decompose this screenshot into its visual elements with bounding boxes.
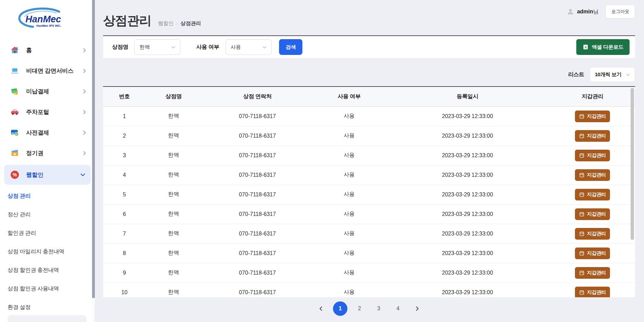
table-cell-phone: 070-7118-6317 bbox=[201, 204, 313, 224]
pagination-prev-icon[interactable] bbox=[314, 301, 328, 316]
store-table: 번호상점명상점 연락처사용 여부등록일시지갑관리 1한맥070-7118-631… bbox=[103, 87, 635, 297]
wallet-icon bbox=[579, 231, 585, 237]
laptop-icon bbox=[10, 66, 20, 76]
pagination-page-2[interactable]: 2 bbox=[352, 301, 367, 316]
table-cell-name: 한맥 bbox=[146, 204, 202, 224]
table-scrollbar-thumb[interactable] bbox=[631, 88, 634, 240]
table-cell-wallet: 지갑관리 bbox=[550, 204, 635, 224]
pagination-page-3[interactable]: 3 bbox=[371, 301, 386, 316]
svg-text:%: % bbox=[13, 172, 17, 177]
search-button[interactable]: 검색 bbox=[279, 39, 302, 55]
list-label: 리스트 bbox=[568, 71, 584, 78]
sidebar-submenu-item[interactable]: 할인권 관리 bbox=[0, 224, 95, 242]
table-cell-date: 2023-03-29 12:33:00 bbox=[385, 204, 550, 224]
table-column-header: 지갑관리 bbox=[550, 87, 635, 106]
wallet-manage-button[interactable]: 지갑관리 bbox=[575, 150, 610, 161]
chevron-right-icon bbox=[81, 68, 87, 74]
car-icon bbox=[10, 107, 20, 117]
sidebar-scrollbar[interactable] bbox=[92, 0, 95, 322]
table-cell-date: 2023-03-29 12:33:00 bbox=[385, 224, 550, 243]
wallet-manage-button[interactable]: 지갑관리 bbox=[575, 111, 610, 122]
table-cell-phone: 070-7118-6317 bbox=[201, 263, 313, 283]
wallet-manage-button[interactable]: 지갑관리 bbox=[575, 189, 610, 200]
breadcrumb-parent[interactable]: 웹할인 bbox=[158, 20, 174, 27]
sidebar-item[interactable]: 정기권 bbox=[0, 143, 95, 163]
sidebar-partial-item bbox=[8, 315, 87, 322]
table-row: 8한맥070-7118-6317사용2023-03-29 12:33:00지갑관… bbox=[103, 243, 635, 263]
sidebar-item-label: 사전결제 bbox=[26, 129, 49, 137]
pagination-page-4[interactable]: 4 bbox=[391, 301, 405, 316]
table-cell-phone: 070-7118-6317 bbox=[201, 185, 313, 204]
sidebar-submenu-item[interactable]: 상점 할인권 사용내역 bbox=[0, 279, 95, 298]
table-cell-phone: 070-7118-6317 bbox=[201, 165, 313, 185]
pagination-page-1[interactable]: 1 bbox=[333, 301, 347, 316]
use-status-select[interactable]: 사용 bbox=[225, 39, 271, 55]
table-row: 4한맥070-7118-6317사용2023-03-29 12:33:00지갑관… bbox=[103, 165, 635, 185]
home-icon bbox=[10, 45, 20, 55]
use-status-select-value: 사용 bbox=[231, 44, 241, 50]
chevron-down-icon bbox=[625, 72, 631, 77]
table-cell-wallet: 지갑관리 bbox=[550, 185, 635, 204]
table-cell-name: 한맥 bbox=[146, 283, 202, 297]
table-row: 5한맥070-7118-6317사용2023-03-29 12:33:00지갑관… bbox=[103, 185, 635, 204]
wallet-manage-button[interactable]: 지갑관리 bbox=[575, 130, 610, 142]
sidebar-submenu-item[interactable]: 환경 설정 bbox=[0, 298, 95, 317]
store-name-select[interactable]: 한맥 bbox=[134, 39, 180, 55]
sidebar-submenu-item[interactable]: 상점 관리 bbox=[0, 187, 95, 205]
wallet-icon bbox=[579, 211, 585, 217]
table-body: 1한맥070-7118-6317사용2023-03-29 12:33:00지갑관… bbox=[103, 106, 635, 297]
brand-logo[interactable]: HanMec HanMec IPS INC. bbox=[0, 0, 95, 35]
page-size-select[interactable]: 10개씩 보기 bbox=[590, 67, 635, 82]
chevron-right-icon bbox=[81, 47, 87, 53]
table-cell-name: 한맥 bbox=[146, 165, 202, 185]
sidebar-scrollbar-thumb[interactable] bbox=[92, 0, 95, 298]
table-row: 7한맥070-7118-6317사용2023-03-29 12:33:00지갑관… bbox=[103, 224, 635, 243]
wallet-icon bbox=[579, 114, 585, 119]
wallet-manage-button[interactable]: 지갑관리 bbox=[575, 267, 610, 279]
table-column-header: 번호 bbox=[103, 87, 146, 106]
wallet-manage-button[interactable]: 지갑관리 bbox=[575, 169, 610, 181]
wallet-manage-button[interactable]: 지갑관리 bbox=[575, 228, 610, 240]
table-cell-wallet: 지갑관리 bbox=[550, 224, 635, 243]
sidebar-item[interactable]: 사전결제 bbox=[0, 122, 95, 143]
sidebar-item[interactable]: 주차포털 bbox=[0, 102, 95, 122]
wallet-manage-label: 지갑관리 bbox=[587, 192, 606, 198]
sidebar-submenu-item[interactable]: 상점 마일리지 충전내역 bbox=[0, 242, 95, 261]
table-column-header: 상점 연락처 bbox=[201, 87, 313, 106]
table-cell-phone: 070-7118-6317 bbox=[201, 243, 313, 263]
sidebar-submenu-item[interactable]: 상점 할인권 충전내역 bbox=[0, 261, 95, 279]
sidebar-item[interactable]: 미납결제 bbox=[0, 81, 95, 102]
sidebar-submenu-item[interactable]: 정산 관리 bbox=[0, 205, 95, 224]
chevron-right-icon bbox=[81, 89, 87, 94]
sidebar-item[interactable]: 비대면 감면서비스 bbox=[0, 60, 95, 81]
excel-download-button[interactable]: X 엑셀 다운로드 bbox=[576, 39, 630, 55]
sidebar: HanMec HanMec IPS INC. 홈비대면 감면서비스미납결제주차포… bbox=[0, 0, 95, 322]
table-row: 1한맥070-7118-6317사용2023-03-29 12:33:00지갑관… bbox=[103, 106, 635, 126]
wallet-manage-label: 지갑관리 bbox=[587, 270, 606, 276]
table-cell-use: 사용 bbox=[313, 283, 385, 297]
table-cell-no: 2 bbox=[103, 126, 146, 146]
pagination-next-icon[interactable] bbox=[410, 301, 424, 316]
table-cell-use: 사용 bbox=[313, 204, 385, 224]
cash-icon bbox=[10, 87, 20, 96]
table-cell-no: 10 bbox=[103, 283, 146, 297]
breadcrumb: 웹할인 › 상점관리 bbox=[158, 20, 201, 27]
table-cell-date: 2023-03-29 12:33:00 bbox=[385, 106, 550, 126]
wallet-icon bbox=[579, 290, 585, 295]
wallet-manage-button[interactable]: 지갑관리 bbox=[575, 287, 610, 298]
table-cell-use: 사용 bbox=[313, 263, 385, 283]
wallet-manage-button[interactable]: 지갑관리 bbox=[575, 248, 610, 259]
sidebar-item[interactable]: %웹할인 bbox=[4, 165, 91, 185]
sidebar-item[interactable]: 홈 bbox=[0, 40, 95, 60]
table-cell-date: 2023-03-29 12:33:00 bbox=[385, 283, 550, 297]
table-cell-no: 5 bbox=[103, 185, 146, 204]
table-cell-use: 사용 bbox=[313, 106, 385, 126]
wallet-manage-button[interactable]: 지갑관리 bbox=[575, 208, 610, 220]
svg-text:X: X bbox=[585, 45, 587, 49]
table-cell-use: 사용 bbox=[313, 126, 385, 146]
table-cell-wallet: 지갑관리 bbox=[550, 263, 635, 283]
logout-button[interactable]: 로그아웃 bbox=[606, 5, 635, 19]
table-cell-date: 2023-03-29 12:33:00 bbox=[385, 243, 550, 263]
table-cell-wallet: 지갑관리 bbox=[550, 106, 635, 126]
table-cell-wallet: 지갑관리 bbox=[550, 283, 635, 297]
